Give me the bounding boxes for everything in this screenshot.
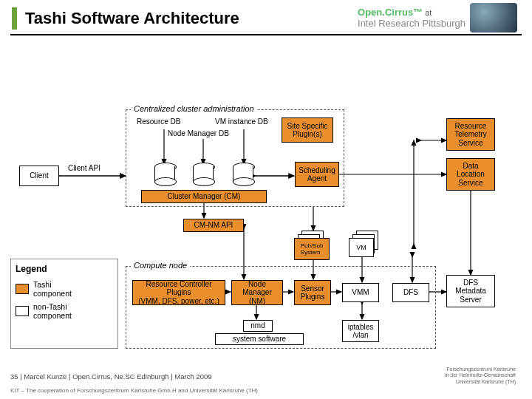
nmd-box: nmd [243, 320, 273, 332]
client-box: Client [19, 166, 59, 186]
site-plugins-box: Site Specific Plugin(s) [282, 117, 333, 143]
footer-sub: KIT – The cooperation of Forschungszentr… [10, 387, 258, 394]
footer-main: 35 | Marcel Kunze | Open.Cirrus, Ne.SC E… [10, 372, 211, 381]
brand-cirrus: Cirrus™ [385, 7, 423, 18]
page-title: Tashi Software Architecture [25, 9, 239, 28]
iptables-box: iptables /vlan [342, 320, 379, 342]
client-api-label: Client API [68, 164, 100, 172]
compute-group-label: Compute node [131, 261, 190, 270]
brand-intel: Intel Research Pittsburgh [358, 18, 466, 29]
db-cyl-2 [193, 163, 214, 185]
rc-plugins-box: Resource Controller Plugins (VMM, DFS, p… [132, 280, 225, 305]
legend-swatch-tashi [16, 284, 29, 294]
cm-nm-api-box: CM-NM API [183, 219, 244, 232]
divider [10, 34, 522, 35]
db-cyl-3 [233, 163, 253, 185]
cluster-manager-box: Cluster Manager (CM) [141, 190, 267, 203]
legend-tashi-label: Tashi component [33, 280, 72, 298]
brand-open: Open [358, 7, 382, 18]
resource-telemetry-box: Resource Telemetry Service [446, 118, 495, 151]
footer-right: Forschungszentrum Karlsruhe in der Helmh… [445, 366, 516, 385]
header-image [470, 3, 517, 33]
vmm-box: VMM [342, 283, 379, 302]
legend-nontashi-label: non-Tashi component [33, 302, 72, 320]
sensor-plugins-box: Sensor Plugins [294, 280, 331, 305]
brand-joiner: at [425, 8, 432, 17]
admin-group-label: Centralized cluster administration [131, 104, 257, 113]
header-logos: Open.Cirrus™ at Intel Research Pittsburg… [358, 3, 517, 33]
legend-title: Legend [16, 264, 113, 274]
dfs-box: DFS [392, 283, 429, 302]
data-location-box: Data Location Service [446, 158, 495, 191]
compute-group: Compute node Resource Controller Plugins… [126, 266, 436, 349]
vm-db-label: VM instance DB [215, 117, 268, 126]
legend-swatch-nontashi [16, 306, 29, 316]
scheduling-agent-box: Scheduling Agent [295, 162, 339, 187]
vm-stack: VM [349, 231, 378, 257]
admin-group: Centralized cluster administration Resou… [126, 109, 344, 207]
pubsub-stack: Pub/Sub System [294, 231, 324, 257]
resource-db-label: Resource DB [137, 117, 180, 126]
accent-bar [12, 7, 17, 30]
db-cyl-1 [154, 163, 175, 185]
legend-box: Legend Tashi component non-Tashi compone… [10, 259, 118, 349]
node-manager-box: Node Manager (NM) [231, 280, 283, 305]
dfs-metadata-box: DFS Metadata Server [446, 275, 495, 307]
system-software-box: system software [215, 333, 304, 345]
nm-db-label: Node Manager DB [168, 129, 229, 137]
